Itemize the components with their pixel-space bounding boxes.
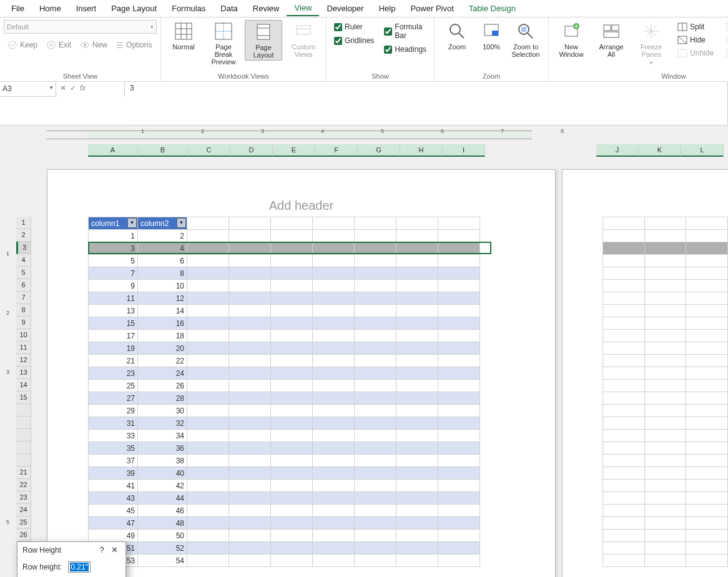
page-layout-button[interactable]: Page Layout <box>245 20 282 61</box>
cell-empty[interactable] <box>271 517 313 530</box>
cell-empty[interactable] <box>603 405 645 417</box>
cell-empty[interactable] <box>396 392 438 405</box>
column-header-B[interactable]: B <box>138 144 188 157</box>
cell-empty[interactable] <box>271 442 313 455</box>
cell[interactable]: 9 <box>89 280 138 292</box>
cell-empty[interactable] <box>644 505 686 517</box>
cell-empty[interactable] <box>686 330 728 342</box>
cell-empty[interactable] <box>313 292 355 305</box>
cell-empty[interactable] <box>313 555 355 567</box>
cell[interactable]: 37 <box>89 455 138 467</box>
row-header-8[interactable]: 8 <box>16 304 31 317</box>
zoom-100-button[interactable]: 100% <box>478 20 504 52</box>
cell-empty[interactable] <box>229 405 271 417</box>
cell-empty[interactable] <box>438 417 480 430</box>
cell-empty[interactable] <box>644 455 686 467</box>
cell[interactable]: 15 <box>89 317 138 330</box>
cell-empty[interactable] <box>686 492 728 505</box>
cell-empty[interactable] <box>396 355 438 367</box>
row-header-4[interactable]: 4 <box>16 254 31 267</box>
row-header-15[interactable]: 15 <box>16 392 31 404</box>
cell-empty[interactable] <box>603 305 645 317</box>
cell-empty[interactable] <box>271 280 313 292</box>
cell-empty[interactable] <box>438 467 480 480</box>
cell-empty[interactable] <box>438 405 480 417</box>
row-header-25[interactable]: 25 <box>16 516 31 529</box>
cell[interactable]: 45 <box>89 505 138 517</box>
cell[interactable]: 21 <box>89 355 138 367</box>
gridlines-checkbox[interactable]: Gridlines <box>334 36 374 45</box>
cell-empty[interactable] <box>313 492 355 505</box>
cell[interactable]: 13 <box>89 305 138 317</box>
row-header-23[interactable]: 23 <box>16 491 31 504</box>
cell-empty[interactable] <box>229 255 271 267</box>
dialog-close-button[interactable]: ✕ <box>108 545 121 555</box>
row-header-x[interactable] <box>16 429 31 441</box>
cell-empty[interactable] <box>396 255 438 267</box>
page-break-button[interactable]: Page Break Preview <box>205 20 242 67</box>
cell-empty[interactable] <box>355 517 396 530</box>
cell-empty[interactable] <box>271 405 313 417</box>
cell-empty[interactable] <box>271 492 313 505</box>
row-header-x[interactable] <box>16 454 31 466</box>
cell[interactable]: 41 <box>89 480 138 492</box>
cell-empty[interactable] <box>229 530 271 542</box>
cell-empty[interactable] <box>271 242 313 255</box>
cell-empty[interactable] <box>229 342 271 355</box>
header-placeholder[interactable]: Add header <box>47 199 555 213</box>
cell[interactable]: 42 <box>138 480 187 492</box>
cell-empty[interactable] <box>644 230 686 242</box>
cell[interactable]: 4 <box>138 242 187 255</box>
cell-empty[interactable] <box>313 517 355 530</box>
cell-empty[interactable] <box>355 405 396 417</box>
freeze-panes-button[interactable]: Freeze Panes▾ <box>632 20 670 67</box>
cell-empty[interactable] <box>271 455 313 467</box>
cell-empty[interactable] <box>187 355 229 367</box>
cell[interactable]: 49 <box>89 530 138 542</box>
ruler-checkbox[interactable]: Ruler <box>334 22 374 31</box>
cell[interactable]: 7 <box>89 267 138 280</box>
cell-empty[interactable] <box>396 442 438 455</box>
cell-empty[interactable] <box>355 505 396 517</box>
cell-empty[interactable] <box>603 492 645 505</box>
cell-empty[interactable] <box>686 230 728 242</box>
cell-empty[interactable] <box>644 255 686 267</box>
row-header-x[interactable] <box>16 441 31 454</box>
cell-empty[interactable] <box>438 430 480 442</box>
cell[interactable]: 25 <box>89 380 138 392</box>
cell-empty[interactable] <box>603 367 645 380</box>
table-header-column2[interactable]: column2▼ <box>138 217 187 230</box>
cell-empty[interactable] <box>396 467 438 480</box>
tab-help[interactable]: Help <box>371 1 403 16</box>
cell-empty[interactable] <box>603 255 645 267</box>
cell-empty[interactable] <box>187 280 229 292</box>
cell-empty[interactable] <box>686 305 728 317</box>
options-button[interactable]: ☰Options <box>116 40 152 50</box>
cell-empty[interactable] <box>187 430 229 442</box>
cell[interactable]: 54 <box>138 555 187 567</box>
hide-button[interactable]: Hide <box>675 34 716 46</box>
cell[interactable]: 38 <box>138 455 187 467</box>
cell-empty[interactable] <box>229 305 271 317</box>
cell-empty[interactable] <box>271 430 313 442</box>
cell-empty[interactable] <box>187 530 229 542</box>
cell-empty[interactable] <box>229 267 271 280</box>
row-header-x[interactable] <box>16 404 31 417</box>
cell-empty[interactable] <box>355 230 396 242</box>
cell-empty[interactable] <box>313 342 355 355</box>
cell-empty[interactable] <box>355 342 396 355</box>
cell-empty[interactable] <box>229 505 271 517</box>
cell-empty[interactable] <box>313 417 355 430</box>
cell-empty[interactable] <box>313 242 355 255</box>
cell-empty[interactable] <box>313 380 355 392</box>
cell-empty[interactable] <box>271 555 313 567</box>
cell-empty[interactable] <box>187 305 229 317</box>
cell-empty[interactable] <box>313 230 355 242</box>
cell[interactable]: 40 <box>138 467 187 480</box>
row-header-24[interactable]: 24 <box>16 504 31 516</box>
column-header-A[interactable]: A <box>88 144 138 157</box>
cell-empty[interactable] <box>644 555 686 567</box>
cell[interactable]: 43 <box>89 492 138 505</box>
cell[interactable]: 11 <box>89 292 138 305</box>
cell-empty[interactable] <box>396 517 438 530</box>
